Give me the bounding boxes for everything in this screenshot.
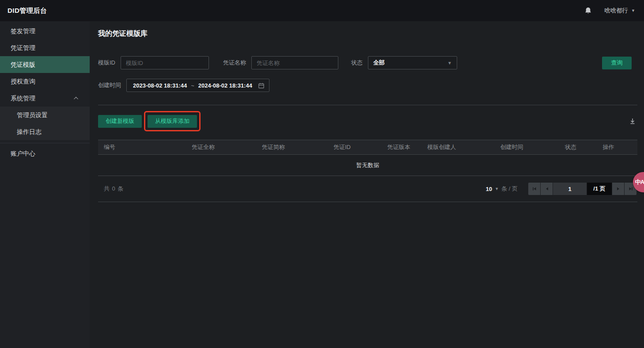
pagination-bar: 共 0 条 10 ▼ 条 / 页 — [98, 176, 637, 202]
sidebar-item-authorization-query[interactable]: 授权查询 — [0, 73, 90, 90]
sidebar-item-credential-management[interactable]: 凭证管理 — [0, 39, 90, 56]
credential-name-label: 凭证名称 — [223, 59, 246, 67]
sidebar-item-account-center[interactable]: 账户中心 — [0, 145, 90, 162]
date-start: 2023-08-02 18:31:44 — [133, 82, 187, 89]
sidebar-item-label: 账户中心 — [11, 145, 35, 162]
sidebar-item-label: 操作日志 — [17, 123, 42, 140]
sidebar-item-label: 凭证模版 — [11, 56, 35, 73]
template-table: 编号 凭证全称 凭证简称 凭证ID 凭证版本 模版创建人 创建时间 状态 操作 … — [98, 140, 637, 202]
page-size-select[interactable]: 10 ▼ 条 / 页 — [486, 185, 518, 193]
next-page-button[interactable] — [612, 183, 624, 195]
status-select-value: 全部 — [373, 59, 385, 67]
table-empty-state: 暂无数据 — [98, 155, 637, 176]
table-header-row: 编号 凭证全称 凭证简称 凭证ID 凭证版本 模版创建人 创建时间 状态 操作 — [98, 140, 637, 155]
user-menu[interactable]: 啥啥都行 ▼ — [604, 7, 635, 15]
caret-down-icon: ▼ — [495, 187, 499, 191]
template-id-input[interactable] — [121, 56, 209, 69]
sidebar-item-credential-template[interactable]: 凭证模版 — [0, 56, 90, 73]
top-bar: DID管理后台 啥啥都行 ▼ — [0, 0, 644, 21]
actions-row: 创建新模版 从模版库添加 — [98, 115, 637, 128]
page-size-unit: 条 / 页 — [501, 185, 518, 193]
system-management-submenu: 管理员设置 操作日志 — [0, 107, 90, 140]
sidebar-item-label: 授权查询 — [11, 73, 35, 90]
notification-bell-icon[interactable] — [584, 7, 592, 15]
first-page-button[interactable] — [528, 183, 540, 195]
sidebar-item-label: 系统管理 — [11, 90, 35, 107]
filter-table-divider — [98, 105, 637, 105]
created-time-label: 创建时间 — [98, 81, 121, 89]
chevron-up-icon — [74, 96, 78, 101]
total-count: 共 0 条 — [104, 185, 124, 193]
sidebar-item-label: 凭证管理 — [11, 39, 35, 56]
column-header-credential-id: 凭证ID — [308, 143, 376, 151]
page-title: 我的凭证模版库 — [98, 29, 637, 38]
main-content: 我的凭证模版库 模版ID 凭证名称 状态 全部 ▼ 查询 创建时间 2023-0… — [90, 21, 644, 348]
download-icon[interactable] — [629, 118, 636, 125]
page-size-value: 10 — [486, 186, 492, 192]
current-page-input[interactable]: 1 — [553, 183, 587, 195]
sidebar-divider — [0, 143, 90, 143]
column-header-created-time: 创建时间 — [494, 143, 559, 151]
column-header-status: 状态 — [559, 143, 597, 151]
credential-name-input[interactable] — [251, 56, 338, 69]
filter-row-1: 模版ID 凭证名称 状态 全部 ▼ 查询 — [98, 56, 637, 69]
sidebar-item-operation-log[interactable]: 操作日志 — [0, 123, 90, 140]
status-label: 状态 — [351, 59, 363, 67]
column-header-number: 编号 — [98, 143, 168, 151]
sidebar-item-label: 签发管理 — [11, 23, 35, 39]
column-header-creator: 模版创建人 — [422, 143, 495, 151]
calendar-icon — [258, 82, 265, 89]
topbar-right: 啥啥都行 ▼ — [584, 7, 635, 15]
sidebar: 签发管理 凭证管理 凭证模版 授权查询 系统管理 管理员设置 操作日志 账户中心 — [0, 21, 90, 348]
total-pages-label: /1 页 — [587, 183, 612, 195]
date-range-picker[interactable]: 2023-08-02 18:31:44 ~ 2024-08-02 18:31:4… — [126, 79, 269, 92]
app-title: DID管理后台 — [8, 7, 47, 15]
template-id-label: 模版ID — [98, 59, 115, 67]
add-from-library-wrapper: 从模版库添加 — [148, 115, 197, 128]
caret-down-icon: ▼ — [447, 61, 452, 65]
user-name: 啥啥都行 — [604, 7, 628, 15]
sidebar-item-issuance-management[interactable]: 签发管理 — [0, 23, 90, 39]
filter-section: 模版ID 凭证名称 状态 全部 ▼ 查询 创建时间 2023-08-02 18:… — [98, 56, 637, 92]
column-header-operation: 操作 — [597, 143, 637, 151]
pagination-controls: 10 ▼ 条 / 页 — [486, 183, 636, 195]
pager: 1 /1 页 — [528, 183, 636, 195]
add-from-library-button[interactable]: 从模版库添加 — [148, 115, 197, 128]
create-template-button[interactable]: 创建新模版 — [98, 115, 142, 128]
previous-page-button[interactable] — [541, 183, 553, 195]
sidebar-item-system-management[interactable]: 系统管理 — [0, 90, 90, 107]
column-header-version: 凭证版本 — [376, 143, 422, 151]
sidebar-item-admin-settings[interactable]: 管理员设置 — [0, 107, 90, 123]
status-select[interactable]: 全部 ▼ — [368, 56, 457, 69]
date-separator: ~ — [191, 82, 194, 89]
filter-row-2: 创建时间 2023-08-02 18:31:44 ~ 2024-08-02 18… — [98, 79, 637, 92]
chevron-down-icon: ▼ — [631, 8, 635, 13]
search-button[interactable]: 查询 — [602, 57, 632, 69]
column-header-full-name: 凭证全称 — [168, 143, 239, 151]
column-header-short-name: 凭证简称 — [238, 143, 308, 151]
date-end: 2024-08-02 18:31:44 — [198, 82, 252, 89]
translate-icon: 中A — [635, 178, 644, 186]
sidebar-item-label: 管理员设置 — [17, 107, 48, 123]
